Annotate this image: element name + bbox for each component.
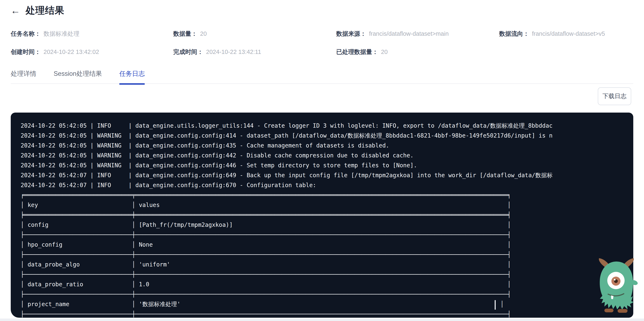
- field-label: 任务名称：: [11, 30, 41, 37]
- log-output: 2024-10-22 05:42:05 | INFO | data_engine…: [11, 113, 633, 318]
- field-value: 20: [381, 48, 388, 55]
- field-value: 2024-10-22 13:42:02: [44, 48, 99, 55]
- field-data-destination: 数据流向： francis/dataflow-dataset>v5: [499, 30, 636, 48]
- field-data-count: 数据量： 20: [173, 30, 336, 48]
- field-value: francis/dataflow-dataset>main: [369, 30, 449, 37]
- mascot-tooth: [611, 295, 614, 299]
- field-value: francis/dataflow-dataset>v5: [532, 30, 605, 37]
- field-label: 数据量：: [173, 30, 197, 37]
- field-finish-time: 完成时间： 2024-10-22 13:42:11: [173, 48, 336, 67]
- page-title: 处理结果: [26, 4, 64, 17]
- field-value: 数据标准处理: [44, 30, 80, 37]
- download-log-button[interactable]: 下载日志: [598, 87, 631, 105]
- mascot-foot-left: [604, 309, 614, 312]
- tab-bar: 处理详情 Session处理结果 任务日志: [11, 69, 633, 84]
- tab-session-result[interactable]: Session处理结果: [54, 69, 102, 78]
- field-data-source: 数据来源： francis/dataflow-dataset>main: [336, 30, 499, 48]
- field-label: 创建时间：: [11, 48, 41, 55]
- back-arrow-icon[interactable]: ←: [11, 6, 20, 15]
- field-value: 20: [200, 30, 207, 37]
- field-processed-count: 已处理数据量： 20: [336, 48, 499, 67]
- field-create-time: 创建时间： 2024-10-22 13:42:02: [11, 48, 173, 67]
- field-label: 数据流向：: [499, 30, 529, 37]
- mascot-monster: [594, 258, 638, 314]
- mascot-eye-highlight: [614, 279, 616, 280]
- task-info-grid: 任务名称： 数据标准处理 数据量： 20 数据来源： francis/dataf…: [11, 30, 636, 67]
- bottom-strip: [0, 318, 644, 321]
- field-label: 数据来源：: [336, 30, 366, 37]
- text-cursor: [495, 300, 496, 310]
- tab-task-log[interactable]: 任务日志: [119, 69, 145, 78]
- field-value: 2024-10-22 13:42:11: [206, 48, 261, 55]
- processing-result-page: ← 处理结果 任务名称： 数据标准处理 数据量： 20 数据来源： franci…: [0, 0, 644, 321]
- field-label: 完成时间：: [173, 48, 203, 55]
- log-panel[interactable]: 2024-10-22 05:42:05 | INFO | data_engine…: [11, 113, 633, 318]
- tab-processing-detail[interactable]: 处理详情: [11, 69, 36, 78]
- mascot-foot-right: [618, 309, 628, 313]
- page-header: ← 处理结果: [11, 4, 64, 17]
- field-task-name: 任务名称： 数据标准处理: [11, 30, 173, 48]
- field-label: 已处理数据量：: [336, 48, 378, 55]
